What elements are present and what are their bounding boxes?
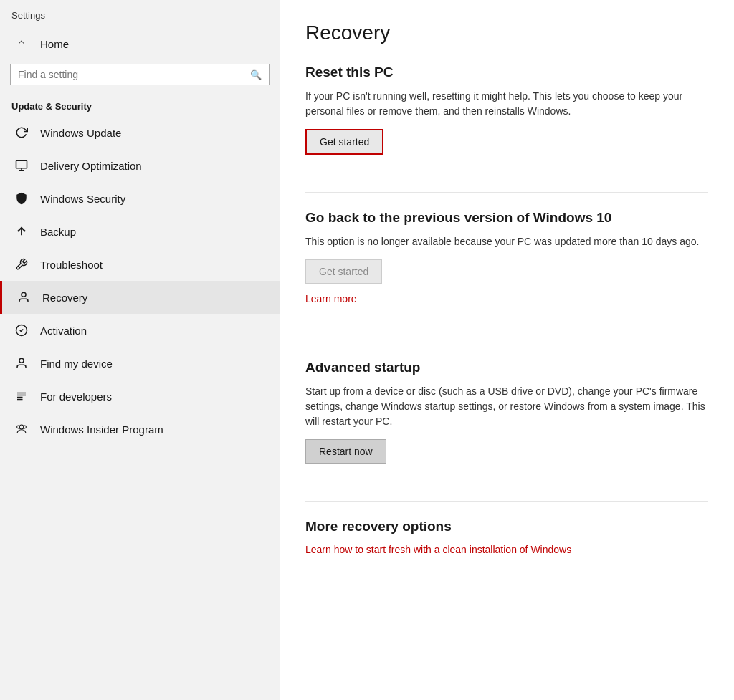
delivery-optimization-label: Delivery Optimization (40, 160, 142, 172)
svg-point-13 (17, 426, 20, 428)
for-developers-label: For developers (40, 390, 112, 403)
go-back-description: This option is no longer available becau… (305, 234, 708, 249)
divider-3 (305, 501, 708, 502)
windows-update-label: Windows Update (40, 127, 121, 139)
sidebar-item-windows-insider[interactable]: Windows Insider Program (0, 413, 280, 446)
search-box: 🔍 (10, 64, 270, 85)
advanced-startup-section: Advanced startup Start up from a device … (305, 360, 708, 484)
sidebar-item-for-developers[interactable]: For developers (0, 380, 280, 413)
windows-security-label: Windows Security (40, 193, 125, 205)
clean-install-link[interactable]: Learn how to start fresh with a clean in… (305, 544, 571, 555)
go-back-get-started-button: Get started (305, 259, 382, 284)
windows-insider-label: Windows Insider Program (40, 423, 163, 436)
main-content: Recovery Reset this PC If your PC isn't … (280, 0, 734, 700)
go-back-heading: Go back to the previous version of Windo… (305, 210, 708, 226)
find-my-device-icon (11, 357, 32, 370)
activation-icon (11, 324, 32, 337)
go-back-section: Go back to the previous version of Windo… (305, 210, 708, 325)
nav-list: Windows Update Delivery Optimization Win… (0, 116, 280, 446)
sidebar-item-backup[interactable]: Backup (0, 215, 280, 248)
reset-pc-description: If your PC isn't running well, resetting… (305, 89, 708, 119)
troubleshoot-label: Troubleshoot (40, 259, 103, 271)
more-recovery-heading: More recovery options (305, 519, 708, 534)
windows-insider-icon (11, 423, 32, 436)
reset-pc-heading: Reset this PC (305, 64, 708, 80)
reset-pc-get-started-button[interactable]: Get started (305, 129, 383, 155)
home-icon: ⌂ (11, 37, 32, 51)
activation-label: Activation (40, 325, 87, 337)
svg-rect-0 (16, 160, 27, 168)
divider-2 (305, 342, 708, 342)
sidebar-item-find-my-device[interactable]: Find my device (0, 347, 280, 380)
recovery-label: Recovery (42, 292, 87, 304)
delivery-optimization-icon (11, 159, 32, 172)
more-recovery-section: More recovery options Learn how to start… (305, 519, 708, 575)
section-label: Update & Security (0, 94, 280, 116)
sidebar-item-activation[interactable]: Activation (0, 314, 280, 347)
sidebar-item-recovery[interactable]: Recovery (0, 281, 280, 314)
sidebar-item-delivery-optimization[interactable]: Delivery Optimization (0, 149, 280, 182)
sidebar: Settings ⌂ Home 🔍 Update & Security Wind… (0, 0, 280, 700)
for-developers-icon (11, 390, 32, 403)
home-nav-item[interactable]: ⌂ Home (0, 28, 280, 59)
sidebar-item-windows-security[interactable]: Windows Security (0, 182, 280, 215)
reset-pc-section: Reset this PC If your PC isn't running w… (305, 64, 708, 175)
backup-label: Backup (40, 226, 76, 238)
search-input[interactable] (18, 69, 250, 80)
svg-point-12 (24, 426, 27, 428)
search-icon: 🔍 (250, 69, 262, 80)
divider-1 (305, 192, 708, 193)
svg-point-4 (22, 292, 26, 297)
backup-icon (11, 225, 32, 238)
svg-point-6 (19, 358, 24, 363)
home-label: Home (40, 38, 69, 50)
windows-update-icon (11, 126, 32, 139)
go-back-learn-more-link[interactable]: Learn more (305, 293, 357, 305)
page-title: Recovery (305, 21, 708, 44)
windows-security-icon (11, 192, 32, 205)
advanced-startup-heading: Advanced startup (305, 360, 708, 375)
find-my-device-label: Find my device (40, 358, 113, 370)
troubleshoot-icon (11, 258, 32, 271)
sidebar-item-troubleshoot[interactable]: Troubleshoot (0, 248, 280, 281)
restart-now-button[interactable]: Restart now (305, 439, 386, 464)
recovery-icon (14, 291, 34, 304)
sidebar-item-windows-update[interactable]: Windows Update (0, 116, 280, 149)
app-title: Settings (0, 0, 280, 28)
advanced-startup-description: Start up from a device or disc (such as … (305, 384, 708, 429)
